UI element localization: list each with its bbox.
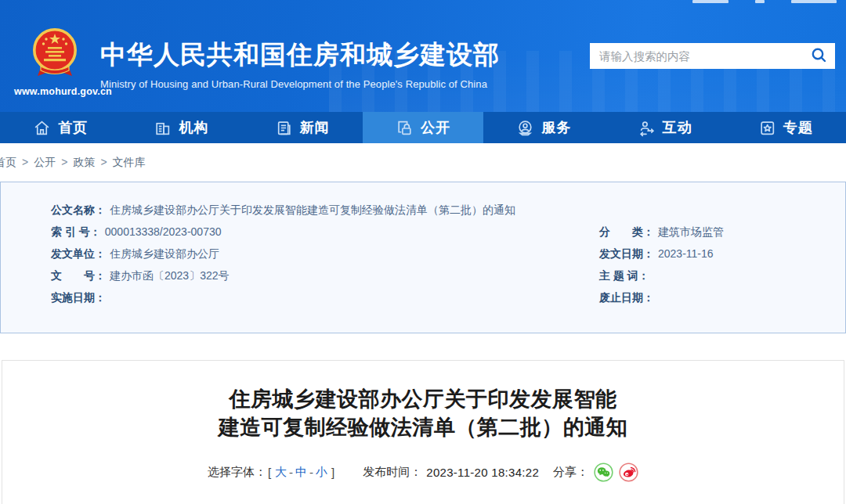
nav-item-organization[interactable]: 机构 [121,112,241,143]
doc-effective-date-row: 实施日期： [51,290,599,305]
nav-item-topics[interactable]: 专题 [725,112,846,143]
search-button[interactable] [802,43,835,69]
nav-item-interaction[interactable]: 互动 [604,112,725,143]
nav-label: 新闻 [300,118,330,137]
search-input[interactable] [590,43,802,69]
doc-keywords-row: 主 题 词： [599,268,653,283]
breadcrumb-separator: > [61,156,67,168]
national-emblem-logo[interactable] [31,69,79,82]
breadcrumb-library[interactable]: 文件库 [113,156,146,168]
font-selector-close-bracket: ] [331,466,334,479]
site-title-en: Ministry of Housing and Urban-Rural Deve… [100,78,500,90]
doc-name-value: 住房城乡建设部办公厅关于印发发展智能建造可复制经验做法清单（第二批）的通知 [110,203,515,216]
wechat-share-icon[interactable] [594,463,613,482]
interaction-icon [638,119,656,137]
doc-category-row: 分 类：建筑市场监管 [599,224,724,239]
nav-label: 专题 [783,118,813,137]
document-title-line1: 住房城乡建设部办公厅关于印发发展智能 [2,385,844,413]
font-selector-label: 选择字体： [208,465,266,480]
share-label: 分享： [553,465,588,480]
site-title: 中华人民共和国住房和城乡建设部 [100,38,500,73]
article-meta-row: 选择字体： [ 大 - 中 - 小 ] 发布时间： 2023-11-20 18:… [2,463,844,482]
breadcrumb-policy[interactable]: 政策 [73,156,95,168]
doc-index-row: 索 引 号：000013338/2023-00730 [51,224,599,239]
nav-label: 机构 [179,118,208,137]
nav-label: 首页 [58,118,88,137]
doc-repeal-date-row: 废止日期： [599,290,658,305]
article-panel: 住房城乡建设部办公厅关于印发发展智能 建造可复制经验做法清单（第二批）的通知 选… [2,360,844,504]
nav-item-service[interactable]: 服务 [483,112,604,143]
page-root: www.mohurd.gov.cn 中华人民共和国住房和城乡建设部 Minist… [0,0,846,504]
publish-time-label: 发布时间： [363,465,421,480]
breadcrumb: 首页>公开>政策>文件库 [0,143,846,182]
nav-item-home[interactable]: 首页 [0,112,121,143]
topics-icon [758,119,776,137]
publish-time-value: 2023-11-20 18:34:22 [426,466,539,479]
font-size-large-link[interactable]: 大 [275,465,287,480]
font-size-medium-link[interactable]: 中 [295,465,307,480]
breadcrumb-disclosure[interactable]: 公开 [34,156,56,168]
breadcrumb-separator: > [100,156,107,168]
site-header: www.mohurd.gov.cn 中华人民共和国住房和城乡建设部 Minist… [0,0,846,112]
news-icon [275,119,293,137]
nav-item-disclosure[interactable]: 公开 [363,112,483,143]
breadcrumb-home[interactable]: 首页 [0,156,16,168]
main-nav: 首页 机构 新闻 公开 [0,112,846,143]
nav-item-news[interactable]: 新闻 [242,112,363,143]
disclosure-icon [396,119,414,137]
organization-icon [154,119,172,137]
doc-number-row: 文 号：建办市函〔2023〕322号 [51,268,599,283]
doc-name-row: 公文名称：住房城乡建设部办公厅关于印发发展智能建造可复制经验做法清单（第二批）的… [51,202,515,218]
top-links-clipped [692,0,837,3]
breadcrumb-separator: > [22,156,28,168]
site-url: www.mohurd.gov.cn [14,86,96,97]
nav-label: 互动 [663,118,692,137]
document-title-line2: 建造可复制经验做法清单（第二批）的通知 [2,413,844,441]
weibo-share-icon[interactable] [619,463,638,482]
doc-issuer-row: 发文单位：住房城乡建设部办公厅 [51,246,599,261]
doc-info-panel: 公文名称：住房城乡建设部办公厅关于印发发展智能建造可复制经验做法清单（第二批）的… [0,182,846,333]
nav-label: 公开 [421,118,450,137]
search-icon [811,47,827,66]
doc-name-label: 公文名称： [51,203,106,216]
home-icon [33,119,51,137]
search-box [590,43,835,69]
doc-issue-date-row: 发文日期：2023-11-16 [599,246,714,261]
nav-label: 服务 [541,118,571,137]
font-size-small-link[interactable]: 小 [316,465,327,480]
font-selector-open-bracket: [ [268,466,271,479]
service-icon [516,119,534,137]
document-title: 住房城乡建设部办公厅关于印发发展智能 建造可复制经验做法清单（第二批）的通知 [2,385,844,441]
